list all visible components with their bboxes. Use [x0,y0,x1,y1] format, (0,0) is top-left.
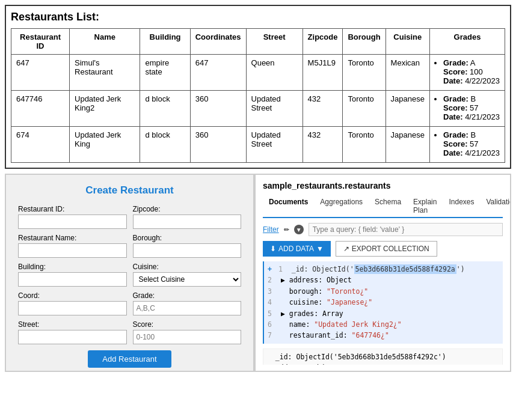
filter-edit-icon: ✏ [284,226,289,234]
label-coord: Coord: [18,291,127,300]
form-group-street: Street: [18,320,127,344]
form-row-building-cuisine: Building: Cuisine: Select Cuisine Mexica… [18,263,241,287]
add-data-button[interactable]: ⬇ ADD DATA ▼ [263,241,331,257]
input-street[interactable] [18,330,127,344]
tab-documents[interactable]: Documents [263,195,314,218]
export-label: EXPORT COLLECTION [352,245,429,253]
doc2-line1: _id: ObjectId('5eb3d668b31de5d588f4292c'… [267,352,499,362]
export-button[interactable]: ↗ EXPORT COLLECTION [336,241,437,257]
label-score: Score: [133,320,242,329]
tab-indexes[interactable]: Indexes [443,195,480,217]
label-restaurant-name: Restaurant Name: [18,234,127,242]
form-group-score: Score: [133,320,242,344]
col-header-building: Building [140,29,190,55]
table-cell: 674 [11,127,70,163]
doc1-line7: 7 restaurant_id: "647746¿" [268,330,499,341]
table-cell: 432 [303,91,343,127]
doc2-line2: ▶ address: Object [267,362,499,365]
form-group-coord: Coord: [18,291,127,315]
bottom-section: Create Restaurant Restaurant ID: Zipcode… [5,174,511,372]
tab-schema[interactable]: Schema [369,195,407,217]
col-header-street: Street [246,29,303,55]
doc1-line5: 5 ▶ grades: Array [268,308,499,319]
form-group-restaurant-name: Restaurant Name: [18,234,127,258]
form-row-id-zip: Restaurant ID: Zipcode: [18,205,241,229]
create-restaurant-panel: Create Restaurant Restaurant ID: Zipcode… [5,174,254,372]
input-building[interactable] [18,272,127,287]
col-header-grades: Grades [430,29,505,55]
document-record-2: _id: ObjectId('5eb3d668b31de5d588f4292c'… [263,348,503,365]
mongo-toolbar: Filter ✏ ▼ [263,223,503,236]
restaurants-table: Restaurant ID Name Building Coordinates … [11,28,505,163]
table-row: 647746Updated Jerk King2d block360Update… [11,91,505,127]
col-header-name: Name [70,29,140,55]
form-row-coord-grade: Coord: Grade: [18,291,241,315]
input-grade[interactable] [133,301,242,315]
col-header-id: Restaurant ID [11,29,70,55]
table-cell: Queen [246,55,303,91]
mongo-collection-title: sample_restaurants.restaurants [263,181,503,190]
export-icon: ↗ [343,245,349,253]
table-cell-grades: Grade: BScore: 57Date: 4/21/2023 [430,127,505,163]
form-group-zipcode: Zipcode: [133,205,242,229]
create-restaurant-title: Create Restaurant [18,184,241,196]
label-cuisine: Cuisine: [133,263,242,271]
col-header-coordinates: Coordinates [190,29,246,55]
tab-validation[interactable]: Validation [480,195,511,217]
add-restaurant-button[interactable]: Add Restaurant [88,350,171,368]
label-street: Street: [18,320,127,329]
input-zipcode[interactable] [133,215,242,229]
doc1-line6: 6 name: "Updated Jerk King2¿" [268,319,499,330]
input-borough[interactable] [133,243,242,258]
doc-area: + 1 _id: ObjectId('5eb3d668b31de5d588f42… [263,261,503,365]
col-header-borough: Borough [343,29,385,55]
label-zipcode: Zipcode: [133,205,242,213]
table-cell: Updated Street [246,91,303,127]
table-cell: Updated Jerk King2 [70,91,140,127]
input-score[interactable] [133,330,242,344]
table-cell: 647 [11,55,70,91]
tab-explain-plan[interactable]: Explain Plan [407,195,443,217]
download-icon: ⬇ [270,245,276,253]
input-restaurant-id[interactable] [18,215,127,229]
table-cell: Simul's Restaurant [70,55,140,91]
form-group-restaurant-id: Restaurant ID: [18,205,127,229]
doc1-line3: 3 borough: "Toronto¿" [268,286,499,297]
form-row-street-score: Street: Score: [18,320,241,344]
col-header-cuisine: Cuisine [385,29,429,55]
table-cell: Toronto [343,91,385,127]
table-cell: Japanese [385,127,429,163]
table-cell-grades: Grade: AScore: 100Date: 4/22/2023 [430,55,505,91]
table-cell: Updated Jerk King [70,127,140,163]
action-bar: ⬇ ADD DATA ▼ ↗ EXPORT COLLECTION [263,241,503,257]
filter-link[interactable]: Filter [263,225,279,234]
form-row-name-borough: Restaurant Name: Borough: [18,234,241,258]
form-group-borough: Borough: [133,234,242,258]
label-borough: Borough: [133,234,242,242]
table-cell-grades: Grade: BScore: 57Date: 4/21/2023 [430,91,505,127]
add-data-arrow: ▼ [316,245,324,253]
tab-aggregations[interactable]: Aggregations [314,195,369,217]
input-restaurant-name[interactable] [18,243,127,258]
page-title: Restaurants List: [11,11,505,23]
form-group-grade: Grade: [133,291,242,315]
table-cell: 360 [190,91,246,127]
table-cell: Toronto [343,127,385,163]
label-restaurant-id: Restaurant ID: [18,205,127,213]
table-cell: d block [140,91,190,127]
query-input[interactable] [309,223,503,236]
input-coord[interactable] [18,301,127,315]
mongo-panel: sample_restaurants.restaurants Documents… [254,174,511,372]
mongo-tabs: Documents Aggregations Schema Explain Pl… [263,195,503,218]
doc1-line2: 2 ▶ address: Object [268,275,499,285]
table-cell: empire state [140,55,190,91]
col-header-zipcode: Zipcode [303,29,343,55]
table-header-row: Restaurant ID Name Building Coordinates … [11,29,505,55]
table-cell: d block [140,127,190,163]
select-cuisine[interactable]: Select Cuisine Mexican Japanese Italian … [133,272,242,287]
table-cell: M5J1L9 [303,55,343,91]
info-button[interactable]: ▼ [294,225,304,234]
table-row: 647Simul's Restaurantempire state647Quee… [11,55,505,91]
expand-icon-1[interactable]: + [268,265,272,273]
table-cell: 647 [190,55,246,91]
